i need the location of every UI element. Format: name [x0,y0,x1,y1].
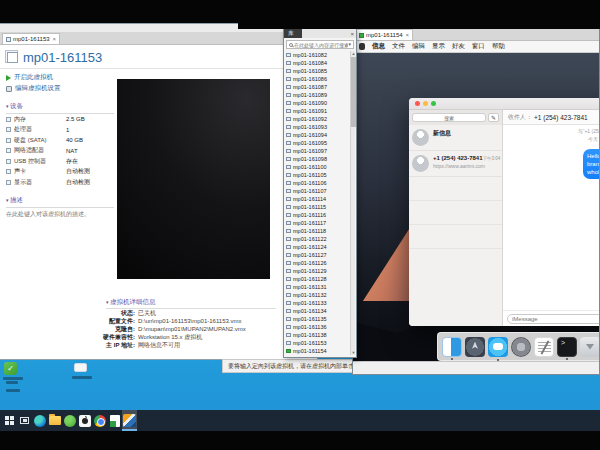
minimize-traffic-light[interactable] [423,101,428,106]
close-traffic-light[interactable] [415,101,420,106]
messages-dock-icon[interactable] [488,337,508,357]
taskbar-app-document-app[interactable] [107,410,122,431]
description-section-header[interactable]: ▾ 描述 [6,196,114,208]
terminal-dock-icon[interactable] [557,337,577,357]
menu-item-1[interactable]: 信息 [372,42,385,51]
devices-section-header[interactable]: ▾ 设备 [6,102,114,114]
scroll-down-icon[interactable]: ▼ [351,350,356,355]
vm-action-power-on[interactable]: 开启此虚拟机 [6,72,114,83]
vm-list-item[interactable]: mp01-161114 [286,195,349,203]
vm-list-item[interactable]: mp01-161086 [286,75,349,83]
vm-list-item[interactable]: mp01-161115 [286,203,349,211]
vm-list-item[interactable]: mp01-161091 [286,107,349,115]
task-view-button[interactable] [17,410,32,431]
launchpad-dock-icon[interactable] [465,337,485,357]
vm-list-item[interactable]: mp01-161133 [286,299,349,307]
start-button[interactable] [2,410,17,431]
finder-dock-icon[interactable] [442,337,462,357]
vm-list-item[interactable]: mp01-161084 [286,59,349,67]
vm-list-item[interactable]: mp01-161100 [286,163,349,171]
vm-list-item[interactable]: mp01-161093 [286,123,349,131]
description-placeholder[interactable]: 在此处键入对该虚拟机的描述。 [6,211,114,219]
vm-list-item[interactable]: mp01-161098 [286,155,349,163]
device-row[interactable]: 内存2.5 GB [6,114,114,125]
downloads-dock-icon[interactable] [580,337,600,357]
device-row[interactable]: 声卡自动检测 [6,167,114,178]
imessage-input[interactable] [507,314,600,324]
chevron-down-icon[interactable]: ▼ [348,42,352,47]
vm-list-item[interactable]: mp01-161085 [286,67,349,75]
conversation-item[interactable]: 新信息 [409,125,502,151]
vm-list-item[interactable]: mp01-161107 [286,187,349,195]
vm-list-item[interactable]: mp01-161132 [286,291,349,299]
menu-item-6[interactable]: 窗口 [472,42,485,51]
vm-list-item[interactable]: mp01-161128 [286,275,349,283]
vm-list-item[interactable]: mp01-161082 [286,51,349,59]
desktop-icon-file[interactable] [74,363,87,372]
to-row[interactable]: 收件人： +1 (254) 423-7841 [503,110,600,125]
vm-list-item[interactable]: mp01-161117 [286,219,349,227]
vm-list-item[interactable]: mp01-161135 [286,315,349,323]
taskbar-app-green-app[interactable] [62,410,77,431]
vm-list-item[interactable]: mp01-161105 [286,171,349,179]
device-row[interactable]: 硬盘 (SATA)40 GB [6,135,114,146]
vm-list-item[interactable]: mp01-161097 [286,147,349,155]
textedit-dock-icon[interactable] [534,337,554,357]
vm-list-item[interactable]: mp01-161129 [286,267,349,275]
vm-list-item[interactable]: mp01-161127 [286,251,349,259]
vm-list-item[interactable]: mp01-161126 [286,259,349,267]
taskbar-app-edge[interactable] [32,410,47,431]
device-row[interactable]: 显示器自动检测 [6,177,114,188]
apple-logo-icon[interactable] [359,43,365,50]
vm-list-item[interactable]: mp01-161090 [286,99,349,107]
messages-search-input[interactable] [412,113,486,122]
menu-item-3[interactable]: 编辑 [412,42,425,51]
system-preferences-dock-icon[interactable] [511,337,531,357]
vm-list-item[interactable]: mp01-161087 [286,83,349,91]
taskbar-app-file-explorer[interactable] [47,410,62,431]
vm-details-header[interactable]: ▾ 虚拟机详细信息 [106,298,276,309]
vm-list-item[interactable]: mp01-161154 [286,347,349,355]
vm-list-item[interactable]: mp01-161118 [286,227,349,235]
device-row[interactable]: 处理器1 [6,125,114,136]
close-icon[interactable]: × [350,31,354,37]
vm-list-item[interactable]: mp01-161124 [286,243,349,251]
vm-action-edit-settings[interactable]: 编辑虚拟机设置 [6,83,114,94]
menu-item-5[interactable]: 好友 [452,42,465,51]
vm-list-item[interactable]: mp01-161094 [286,131,349,139]
menu-item-4[interactable]: 显示 [432,42,445,51]
menu-item-7[interactable]: 帮助 [492,42,505,51]
vm-list-item[interactable]: mp01-161153 [286,339,349,347]
messages-titlebar[interactable] [409,98,600,110]
vm-list-item[interactable]: mp01-161095 [286,139,349,147]
vm-console-preview[interactable] [117,79,270,279]
vm-list-item[interactable]: mp01-161122 [286,235,349,243]
vm-list-item[interactable]: mp01-161089 [286,91,349,99]
vm-list-item[interactable]: mp01-161092 [286,115,349,123]
scroll-up-icon[interactable]: ▲ [351,51,356,56]
conversation-item[interactable]: +1 (254) 423-7841下午3:04https://www.aartm… [409,151,502,177]
compose-icon[interactable]: ✎ [488,113,499,122]
library-scrollbar[interactable]: ▲ ▼ [350,51,355,355]
taskbar-app-chrome[interactable] [92,410,107,431]
tab-close-icon[interactable]: × [406,32,410,38]
device-row[interactable]: 网络适配器NAT [6,146,114,157]
zoom-traffic-light[interactable] [431,101,436,106]
device-row[interactable]: USB 控制器存在 [6,156,114,167]
vm-list-item[interactable]: mp01-161116 [286,211,349,219]
vm-list-item[interactable]: mp01-161138 [286,331,349,339]
vm-list-item[interactable]: mp01-161106 [286,179,349,187]
search-icon [289,43,293,47]
vm-list-item[interactable]: mp01-161134 [286,307,349,315]
scrollbar-thumb[interactable] [351,57,356,127]
taskbar-app-apple-app[interactable] [77,410,92,431]
tab-mp01-161154[interactable]: mp01-161154 × [355,29,413,40]
tab-mp01-161153[interactable]: mp01-161153 × [2,33,60,44]
tab-close-icon[interactable]: × [53,36,57,42]
taskbar-app-vmware[interactable] [122,410,137,431]
vm-list-item[interactable]: mp01-161131 [286,283,349,291]
menu-item-2[interactable]: 文件 [392,42,405,51]
library-search-input[interactable] [294,42,348,48]
vm-list-item[interactable]: mp01-161136 [286,323,349,331]
desktop-icon-green-app[interactable]: ✓ [4,362,17,375]
